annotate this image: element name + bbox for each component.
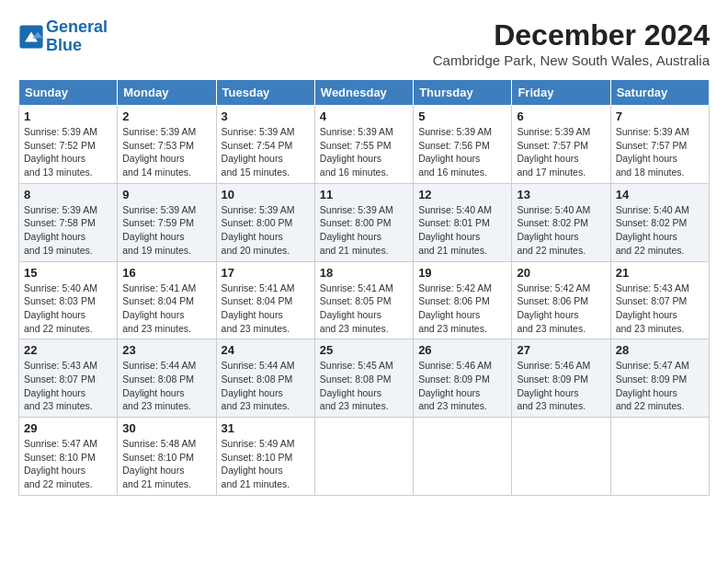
day-info: Sunrise: 5:40 AM Sunset: 8:01 PM Dayligh… xyxy=(418,203,506,258)
day-number: 11 xyxy=(320,188,408,201)
week-row-1: 1 Sunrise: 5:39 AM Sunset: 7:52 PM Dayli… xyxy=(19,106,710,184)
logo-icon xyxy=(18,24,44,50)
calendar-cell: 31 Sunrise: 5:49 AM Sunset: 8:10 PM Dayl… xyxy=(216,418,314,496)
calendar-cell: 26 Sunrise: 5:46 AM Sunset: 8:09 PM Dayl… xyxy=(414,339,512,418)
day-info: Sunrise: 5:46 AM Sunset: 8:09 PM Dayligh… xyxy=(418,359,506,413)
calendar-cell: 17 Sunrise: 5:41 AM Sunset: 8:04 PM Dayl… xyxy=(216,261,314,339)
calendar-cell: 13 Sunrise: 5:40 AM Sunset: 8:02 PM Dayl… xyxy=(512,183,610,261)
day-info: Sunrise: 5:39 AM Sunset: 7:54 PM Dayligh… xyxy=(222,125,310,179)
day-info: Sunrise: 5:44 AM Sunset: 8:08 PM Dayligh… xyxy=(222,359,310,413)
calendar-cell: 5 Sunrise: 5:39 AM Sunset: 7:56 PM Dayli… xyxy=(414,106,512,184)
day-number: 23 xyxy=(122,343,210,357)
calendar-cell: 28 Sunrise: 5:47 AM Sunset: 8:09 PM Dayl… xyxy=(610,339,709,418)
calendar-cell: 23 Sunrise: 5:44 AM Sunset: 8:08 PM Dayl… xyxy=(118,339,216,418)
day-number: 24 xyxy=(222,343,310,357)
day-info: Sunrise: 5:39 AM Sunset: 7:59 PM Dayligh… xyxy=(122,203,210,258)
day-info: Sunrise: 5:45 AM Sunset: 8:08 PM Dayligh… xyxy=(320,359,408,413)
calendar-cell: 2 Sunrise: 5:39 AM Sunset: 7:53 PM Dayli… xyxy=(118,106,216,184)
day-number: 21 xyxy=(616,266,704,280)
day-number: 4 xyxy=(320,109,408,123)
day-info: Sunrise: 5:42 AM Sunset: 8:06 PM Dayligh… xyxy=(418,282,506,336)
day-info: Sunrise: 5:41 AM Sunset: 8:04 PM Dayligh… xyxy=(122,282,210,336)
calendar-cell: 16 Sunrise: 5:41 AM Sunset: 8:04 PM Dayl… xyxy=(118,261,216,339)
day-info: Sunrise: 5:44 AM Sunset: 8:08 PM Dayligh… xyxy=(122,359,210,413)
day-number: 27 xyxy=(517,343,605,357)
header-wednesday: Wednesday xyxy=(314,80,413,106)
day-info: Sunrise: 5:46 AM Sunset: 8:09 PM Dayligh… xyxy=(517,359,605,413)
calendar-cell: 9 Sunrise: 5:39 AM Sunset: 7:59 PM Dayli… xyxy=(118,183,216,261)
calendar-cell: 1 Sunrise: 5:39 AM Sunset: 7:52 PM Dayli… xyxy=(19,106,118,184)
header-sunday: Sunday xyxy=(19,80,118,106)
header-saturday: Saturday xyxy=(610,80,709,106)
day-number: 20 xyxy=(517,266,605,280)
calendar-cell: 3 Sunrise: 5:39 AM Sunset: 7:54 PM Dayli… xyxy=(216,106,314,184)
week-row-2: 8 Sunrise: 5:39 AM Sunset: 7:58 PM Dayli… xyxy=(19,183,710,261)
day-number: 19 xyxy=(418,266,506,280)
day-info: Sunrise: 5:39 AM Sunset: 8:00 PM Dayligh… xyxy=(320,203,408,258)
day-info: Sunrise: 5:40 AM Sunset: 8:03 PM Dayligh… xyxy=(24,282,112,336)
day-number: 18 xyxy=(320,266,408,280)
day-info: Sunrise: 5:49 AM Sunset: 8:10 PM Dayligh… xyxy=(222,437,310,491)
week-row-4: 22 Sunrise: 5:43 AM Sunset: 8:07 PM Dayl… xyxy=(19,339,710,418)
day-info: Sunrise: 5:43 AM Sunset: 8:07 PM Dayligh… xyxy=(24,359,112,413)
day-info: Sunrise: 5:48 AM Sunset: 8:10 PM Dayligh… xyxy=(122,437,210,491)
calendar-cell: 14 Sunrise: 5:40 AM Sunset: 8:02 PM Dayl… xyxy=(610,183,709,261)
calendar-cell: 11 Sunrise: 5:39 AM Sunset: 8:00 PM Dayl… xyxy=(314,183,413,261)
week-row-5: 29 Sunrise: 5:47 AM Sunset: 8:10 PM Dayl… xyxy=(19,418,710,496)
day-number: 28 xyxy=(616,343,704,357)
week-row-3: 15 Sunrise: 5:40 AM Sunset: 8:03 PM Dayl… xyxy=(19,261,710,339)
day-number: 8 xyxy=(24,188,112,201)
day-number: 13 xyxy=(517,188,605,201)
top-bar: General Blue December 2024 Cambridge Par… xyxy=(18,18,710,72)
calendar-cell: 22 Sunrise: 5:43 AM Sunset: 8:07 PM Dayl… xyxy=(19,339,118,418)
day-number: 17 xyxy=(222,266,310,280)
calendar-cell xyxy=(512,418,610,496)
day-number: 31 xyxy=(222,421,310,435)
weekday-header-row: Sunday Monday Tuesday Wednesday Thursday… xyxy=(19,80,710,106)
calendar-cell: 7 Sunrise: 5:39 AM Sunset: 7:57 PM Dayli… xyxy=(610,106,709,184)
day-number: 30 xyxy=(122,421,210,435)
day-number: 6 xyxy=(517,109,605,123)
calendar-cell: 6 Sunrise: 5:39 AM Sunset: 7:57 PM Dayli… xyxy=(512,106,610,184)
header-thursday: Thursday xyxy=(414,80,512,106)
day-info: Sunrise: 5:41 AM Sunset: 8:05 PM Dayligh… xyxy=(320,282,408,336)
header-monday: Monday xyxy=(118,80,216,106)
calendar-cell: 10 Sunrise: 5:39 AM Sunset: 8:00 PM Dayl… xyxy=(216,183,314,261)
calendar-table: Sunday Monday Tuesday Wednesday Thursday… xyxy=(18,79,710,496)
calendar-cell: 29 Sunrise: 5:47 AM Sunset: 8:10 PM Dayl… xyxy=(19,418,118,496)
day-number: 10 xyxy=(222,188,310,201)
header-tuesday: Tuesday xyxy=(216,80,314,106)
calendar-cell: 27 Sunrise: 5:46 AM Sunset: 8:09 PM Dayl… xyxy=(512,339,610,418)
calendar-cell: 20 Sunrise: 5:42 AM Sunset: 8:06 PM Dayl… xyxy=(512,261,610,339)
day-info: Sunrise: 5:40 AM Sunset: 8:02 PM Dayligh… xyxy=(616,203,704,258)
calendar-cell: 25 Sunrise: 5:45 AM Sunset: 8:08 PM Dayl… xyxy=(314,339,413,418)
day-number: 12 xyxy=(418,188,506,201)
day-info: Sunrise: 5:39 AM Sunset: 7:58 PM Dayligh… xyxy=(24,203,112,258)
logo-line2: Blue xyxy=(46,36,82,54)
day-info: Sunrise: 5:39 AM Sunset: 7:57 PM Dayligh… xyxy=(517,125,605,179)
day-number: 15 xyxy=(24,266,112,280)
day-info: Sunrise: 5:39 AM Sunset: 7:56 PM Dayligh… xyxy=(418,125,506,179)
day-number: 14 xyxy=(616,188,704,201)
day-info: Sunrise: 5:47 AM Sunset: 8:10 PM Dayligh… xyxy=(24,437,112,491)
calendar-cell xyxy=(610,418,709,496)
day-number: 25 xyxy=(320,343,408,357)
day-number: 3 xyxy=(222,109,310,123)
day-number: 16 xyxy=(122,266,210,280)
day-number: 2 xyxy=(122,109,210,123)
day-info: Sunrise: 5:41 AM Sunset: 8:04 PM Dayligh… xyxy=(222,282,310,336)
calendar-cell xyxy=(414,418,512,496)
day-info: Sunrise: 5:42 AM Sunset: 8:06 PM Dayligh… xyxy=(517,282,605,336)
calendar-cell: 21 Sunrise: 5:43 AM Sunset: 8:07 PM Dayl… xyxy=(610,261,709,339)
day-number: 26 xyxy=(418,343,506,357)
header-friday: Friday xyxy=(512,80,610,106)
logo-line1: General xyxy=(46,17,108,36)
day-info: Sunrise: 5:39 AM Sunset: 7:52 PM Dayligh… xyxy=(24,125,112,179)
calendar-cell: 8 Sunrise: 5:39 AM Sunset: 7:58 PM Dayli… xyxy=(19,183,118,261)
day-number: 22 xyxy=(24,343,112,357)
calendar-cell: 12 Sunrise: 5:40 AM Sunset: 8:01 PM Dayl… xyxy=(414,183,512,261)
calendar-cell: 4 Sunrise: 5:39 AM Sunset: 7:55 PM Dayli… xyxy=(314,106,413,184)
title-section: December 2024 Cambridge Park, New South … xyxy=(433,18,710,68)
day-info: Sunrise: 5:47 AM Sunset: 8:09 PM Dayligh… xyxy=(616,359,704,413)
day-number: 29 xyxy=(24,421,112,435)
